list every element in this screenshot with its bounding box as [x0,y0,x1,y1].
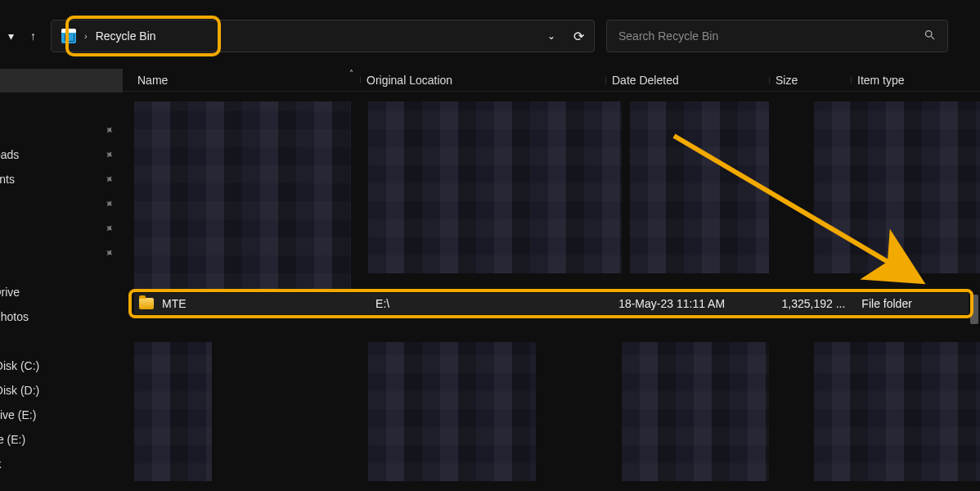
svg-line-1 [931,36,934,39]
search-input[interactable] [618,29,924,43]
file-date-deleted: 18-May-23 11:11 AM [612,297,774,310]
svg-point-0 [926,31,933,38]
redacted-content [622,342,769,481]
search-box[interactable] [606,20,948,52]
redacted-content [368,101,622,273]
sidebar-item-documents[interactable]: uments✦ [0,167,123,191]
sidebar-item-desktop[interactable]: ktop✦ [0,118,123,142]
recycle-bin-icon [61,29,76,43]
pin-icon: ✦ [101,146,117,163]
sidebar-item-pictures[interactable]: ures✦ [0,191,123,216]
redacted-content [630,101,769,273]
table-row[interactable]: MTE E:\ 18-May-23 11:11 AM 1,325,192 ...… [134,293,969,314]
pin-icon: ✦ [101,122,117,138]
column-item-type[interactable]: Item type [851,74,965,87]
chevron-right-icon: › [84,31,88,41]
address-bar[interactable]: › Recycle Bin ⌄ ⟳ [51,20,595,52]
sidebar-header[interactable]: me [0,69,123,93]
scrollbar-thumb[interactable] [970,295,978,324]
file-size: 1,325,192 ... [774,297,855,310]
up-button[interactable]: ↑ [30,29,36,43]
file-list-area: Name ˄ Original Location Date Deleted Si… [123,64,980,491]
pin-icon: ✦ [101,220,117,236]
chevron-down-icon[interactable]: ⌄ [547,30,555,42]
toolbar: ▾ ↑ › Recycle Bin ⌄ ⟳ [0,11,980,61]
sidebar-item-downloads[interactable]: wnloads✦ [0,142,123,167]
navigation-pane: me ktop✦ wnloads✦ uments✦ ures✦ ic✦ os✦ … [0,64,123,491]
pin-icon: ✦ [101,196,117,212]
column-size[interactable]: Size [769,74,851,87]
breadcrumb-location[interactable]: Recycle Bin [96,29,156,43]
search-icon[interactable] [924,29,936,43]
redacted-content [134,101,351,291]
redacted-content [134,342,212,481]
column-date-deleted[interactable]: Date Deleted [605,74,769,87]
redacted-content [368,342,536,481]
scrollbar-track[interactable] [967,97,978,491]
sidebar-item-usb-drive-e[interactable]: B Drive (E:) [0,403,123,427]
sidebar-item-drive-e[interactable]: Drive (E:) [0,427,123,452]
redacted-content [814,101,980,273]
sidebar-item-local-disk-d[interactable]: cal Disk (D:) [0,378,123,403]
sidebar-item-cloud-drive[interactable]: ud Drive [0,280,123,304]
file-original-location: E:\ [369,297,612,310]
refresh-button[interactable]: ⟳ [573,29,584,44]
recent-locations-dropdown[interactable]: ▾ [8,29,14,43]
sidebar-item-cloud-photos[interactable]: ud Photos [0,304,123,329]
sidebar-pinned-group: ktop✦ wnloads✦ uments✦ ures✦ ic✦ os✦ [0,118,123,265]
sidebar-item-this-pc[interactable]: PC [0,329,123,354]
column-original-location[interactable]: Original Location [360,74,605,87]
sidebar-item-music[interactable]: ic✦ [0,216,123,241]
sort-indicator-icon: ˄ [349,69,353,78]
sidebar-item-videos[interactable]: os✦ [0,241,123,265]
column-name[interactable]: Name ˄ [123,74,360,87]
folder-icon [139,298,154,309]
sidebar-item-network[interactable]: work [0,452,123,476]
file-item-type: File folder [855,297,969,310]
sidebar-item-local-disk-c[interactable]: cal Disk (C:) [0,354,123,378]
column-headers: Name ˄ Original Location Date Deleted Si… [123,69,980,92]
pin-icon: ✦ [101,245,117,261]
nav-arrows: ▾ ↑ [8,29,36,43]
sidebar-drives-group: ud Drive ud Photos PC cal Disk (C:) cal … [0,280,123,476]
file-name: MTE [162,297,187,310]
pin-icon: ✦ [101,171,117,187]
redacted-content [814,342,980,481]
